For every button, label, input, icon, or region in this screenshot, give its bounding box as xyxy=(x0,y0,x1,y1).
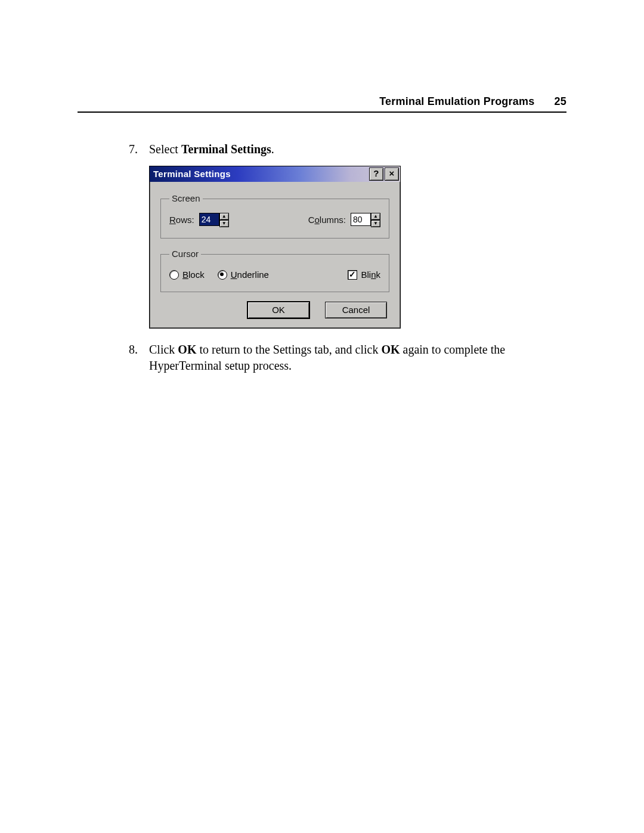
rows-down-icon[interactable]: ▼ xyxy=(219,220,229,227)
step-7-number: 7. xyxy=(129,141,138,157)
step-8-number: 8. xyxy=(129,342,138,358)
radio-icon xyxy=(218,270,227,280)
step-7: 7. Select Terminal Settings. xyxy=(149,141,566,157)
step-7-text: Select Terminal Settings. xyxy=(149,143,274,156)
dialog-titlebar: Terminal Settings ? × xyxy=(150,166,400,182)
page-number: 25 xyxy=(555,95,566,108)
cursor-underline-radio[interactable]: Underline xyxy=(218,269,269,281)
rows-up-icon[interactable]: ▲ xyxy=(219,213,229,220)
page-header: Terminal Emulation Programs 25 xyxy=(78,95,566,113)
close-button[interactable]: × xyxy=(385,168,399,181)
cursor-block-label: Block xyxy=(182,269,205,281)
help-button[interactable]: ? xyxy=(369,168,383,181)
rows-input[interactable] xyxy=(199,213,219,226)
screen-legend: Screen xyxy=(169,193,203,205)
radio-icon xyxy=(169,270,179,280)
cursor-blink-checkbox[interactable]: Blink xyxy=(348,269,380,281)
ok-button[interactable]: OK xyxy=(247,302,309,318)
rows-spinner[interactable]: ▲ ▼ xyxy=(199,213,229,227)
columns-up-icon[interactable]: ▲ xyxy=(371,213,380,220)
checkbox-icon xyxy=(348,270,357,280)
columns-input[interactable] xyxy=(351,213,371,226)
screen-group: Screen Rows: ▲ ▼ xyxy=(160,193,389,239)
columns-spinner[interactable]: ▲ ▼ xyxy=(351,213,380,227)
columns-label: Columns: xyxy=(308,214,346,226)
cursor-legend: Cursor xyxy=(169,248,201,260)
terminal-settings-dialog: Terminal Settings ? × Screen Rows: xyxy=(149,166,401,329)
step-8-text: Click OK to return to the Settings tab, … xyxy=(149,343,505,372)
cursor-blink-label: Blink xyxy=(361,269,380,281)
cursor-block-radio[interactable]: Block xyxy=(169,269,205,281)
rows-label: Rows: xyxy=(169,214,194,226)
cancel-button[interactable]: Cancel xyxy=(325,302,387,318)
step-8: 8. Click OK to return to the Settings ta… xyxy=(149,342,566,374)
cursor-group: Cursor Block Underline B xyxy=(160,248,389,292)
cursor-underline-label: Underline xyxy=(231,269,269,281)
help-icon: ? xyxy=(373,168,379,178)
header-title: Terminal Emulation Programs xyxy=(379,95,534,107)
close-icon: × xyxy=(389,168,394,178)
dialog-title: Terminal Settings xyxy=(153,168,231,180)
columns-down-icon[interactable]: ▼ xyxy=(371,220,380,227)
